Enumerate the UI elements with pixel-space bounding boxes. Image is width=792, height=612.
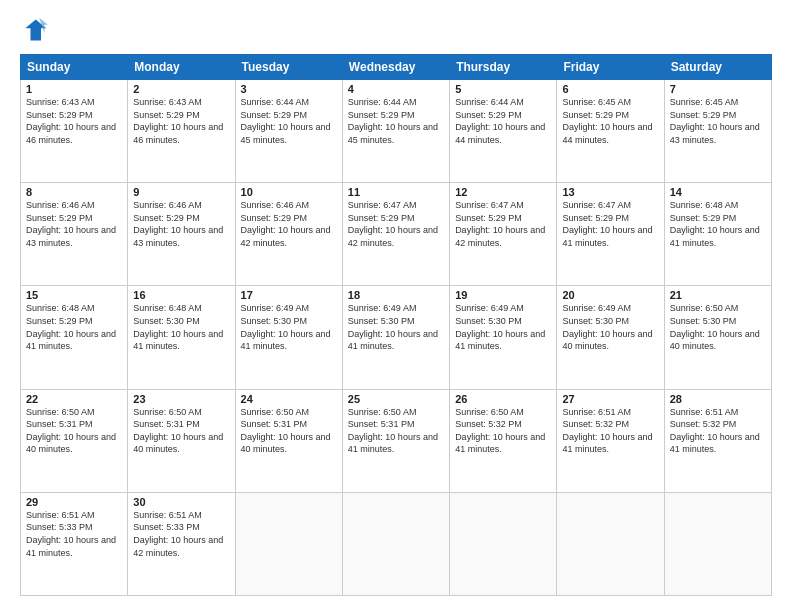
day-info: Sunrise: 6:49 AMSunset: 5:30 PMDaylight:…: [562, 303, 652, 351]
day-info: Sunrise: 6:45 AMSunset: 5:29 PMDaylight:…: [670, 97, 760, 145]
day-info: Sunrise: 6:45 AMSunset: 5:29 PMDaylight:…: [562, 97, 652, 145]
day-info: Sunrise: 6:51 AMSunset: 5:32 PMDaylight:…: [670, 407, 760, 455]
day-cell: 21 Sunrise: 6:50 AMSunset: 5:30 PMDaylig…: [664, 286, 771, 389]
day-info: Sunrise: 6:50 AMSunset: 5:32 PMDaylight:…: [455, 407, 545, 455]
day-cell: 4 Sunrise: 6:44 AMSunset: 5:29 PMDayligh…: [342, 80, 449, 183]
day-cell: [342, 492, 449, 595]
day-number: 14: [670, 186, 766, 198]
day-info: Sunrise: 6:50 AMSunset: 5:30 PMDaylight:…: [670, 303, 760, 351]
week-row-4: 29 Sunrise: 6:51 AMSunset: 5:33 PMDaylig…: [21, 492, 772, 595]
day-info: Sunrise: 6:47 AMSunset: 5:29 PMDaylight:…: [455, 200, 545, 248]
day-cell: 6 Sunrise: 6:45 AMSunset: 5:29 PMDayligh…: [557, 80, 664, 183]
day-number: 5: [455, 83, 551, 95]
day-cell: 9 Sunrise: 6:46 AMSunset: 5:29 PMDayligh…: [128, 183, 235, 286]
calendar-table: SundayMondayTuesdayWednesdayThursdayFrid…: [20, 54, 772, 596]
day-cell: 13 Sunrise: 6:47 AMSunset: 5:29 PMDaylig…: [557, 183, 664, 286]
day-number: 30: [133, 496, 229, 508]
day-number: 9: [133, 186, 229, 198]
day-cell: 29 Sunrise: 6:51 AMSunset: 5:33 PMDaylig…: [21, 492, 128, 595]
day-info: Sunrise: 6:46 AMSunset: 5:29 PMDaylight:…: [26, 200, 116, 248]
day-number: 1: [26, 83, 122, 95]
day-number: 3: [241, 83, 337, 95]
day-info: Sunrise: 6:49 AMSunset: 5:30 PMDaylight:…: [348, 303, 438, 351]
day-cell: 18 Sunrise: 6:49 AMSunset: 5:30 PMDaylig…: [342, 286, 449, 389]
day-info: Sunrise: 6:48 AMSunset: 5:29 PMDaylight:…: [26, 303, 116, 351]
logo: [20, 16, 52, 44]
day-cell: 22 Sunrise: 6:50 AMSunset: 5:31 PMDaylig…: [21, 389, 128, 492]
day-number: 20: [562, 289, 658, 301]
day-info: Sunrise: 6:51 AMSunset: 5:33 PMDaylight:…: [26, 510, 116, 558]
day-info: Sunrise: 6:43 AMSunset: 5:29 PMDaylight:…: [26, 97, 116, 145]
day-info: Sunrise: 6:47 AMSunset: 5:29 PMDaylight:…: [348, 200, 438, 248]
day-info: Sunrise: 6:50 AMSunset: 5:31 PMDaylight:…: [26, 407, 116, 455]
day-info: Sunrise: 6:50 AMSunset: 5:31 PMDaylight:…: [348, 407, 438, 455]
day-number: 4: [348, 83, 444, 95]
day-cell: 16 Sunrise: 6:48 AMSunset: 5:30 PMDaylig…: [128, 286, 235, 389]
day-cell: 8 Sunrise: 6:46 AMSunset: 5:29 PMDayligh…: [21, 183, 128, 286]
day-cell: 15 Sunrise: 6:48 AMSunset: 5:29 PMDaylig…: [21, 286, 128, 389]
day-number: 25: [348, 393, 444, 405]
header-row: SundayMondayTuesdayWednesdayThursdayFrid…: [21, 55, 772, 80]
day-cell: 23 Sunrise: 6:50 AMSunset: 5:31 PMDaylig…: [128, 389, 235, 492]
day-number: 8: [26, 186, 122, 198]
day-number: 23: [133, 393, 229, 405]
day-info: Sunrise: 6:50 AMSunset: 5:31 PMDaylight:…: [133, 407, 223, 455]
day-number: 6: [562, 83, 658, 95]
day-cell: 25 Sunrise: 6:50 AMSunset: 5:31 PMDaylig…: [342, 389, 449, 492]
day-cell: 28 Sunrise: 6:51 AMSunset: 5:32 PMDaylig…: [664, 389, 771, 492]
day-number: 10: [241, 186, 337, 198]
day-number: 13: [562, 186, 658, 198]
day-info: Sunrise: 6:48 AMSunset: 5:29 PMDaylight:…: [670, 200, 760, 248]
day-cell: 20 Sunrise: 6:49 AMSunset: 5:30 PMDaylig…: [557, 286, 664, 389]
day-info: Sunrise: 6:48 AMSunset: 5:30 PMDaylight:…: [133, 303, 223, 351]
day-cell: 30 Sunrise: 6:51 AMSunset: 5:33 PMDaylig…: [128, 492, 235, 595]
day-info: Sunrise: 6:44 AMSunset: 5:29 PMDaylight:…: [455, 97, 545, 145]
day-number: 15: [26, 289, 122, 301]
header-saturday: Saturday: [664, 55, 771, 80]
day-number: 12: [455, 186, 551, 198]
header-friday: Friday: [557, 55, 664, 80]
day-number: 17: [241, 289, 337, 301]
day-info: Sunrise: 6:49 AMSunset: 5:30 PMDaylight:…: [241, 303, 331, 351]
day-info: Sunrise: 6:49 AMSunset: 5:30 PMDaylight:…: [455, 303, 545, 351]
day-number: 19: [455, 289, 551, 301]
day-cell: 24 Sunrise: 6:50 AMSunset: 5:31 PMDaylig…: [235, 389, 342, 492]
day-cell: 3 Sunrise: 6:44 AMSunset: 5:29 PMDayligh…: [235, 80, 342, 183]
header-monday: Monday: [128, 55, 235, 80]
day-info: Sunrise: 6:50 AMSunset: 5:31 PMDaylight:…: [241, 407, 331, 455]
day-cell: 19 Sunrise: 6:49 AMSunset: 5:30 PMDaylig…: [450, 286, 557, 389]
day-cell: 12 Sunrise: 6:47 AMSunset: 5:29 PMDaylig…: [450, 183, 557, 286]
day-cell: 26 Sunrise: 6:50 AMSunset: 5:32 PMDaylig…: [450, 389, 557, 492]
day-number: 24: [241, 393, 337, 405]
day-cell: 11 Sunrise: 6:47 AMSunset: 5:29 PMDaylig…: [342, 183, 449, 286]
day-info: Sunrise: 6:46 AMSunset: 5:29 PMDaylight:…: [241, 200, 331, 248]
day-cell: 14 Sunrise: 6:48 AMSunset: 5:29 PMDaylig…: [664, 183, 771, 286]
day-cell: 1 Sunrise: 6:43 AMSunset: 5:29 PMDayligh…: [21, 80, 128, 183]
day-number: 7: [670, 83, 766, 95]
day-info: Sunrise: 6:43 AMSunset: 5:29 PMDaylight:…: [133, 97, 223, 145]
calendar-page: SundayMondayTuesdayWednesdayThursdayFrid…: [0, 0, 792, 612]
day-info: Sunrise: 6:51 AMSunset: 5:32 PMDaylight:…: [562, 407, 652, 455]
day-number: 28: [670, 393, 766, 405]
day-number: 29: [26, 496, 122, 508]
week-row-3: 22 Sunrise: 6:50 AMSunset: 5:31 PMDaylig…: [21, 389, 772, 492]
day-info: Sunrise: 6:44 AMSunset: 5:29 PMDaylight:…: [241, 97, 331, 145]
week-row-0: 1 Sunrise: 6:43 AMSunset: 5:29 PMDayligh…: [21, 80, 772, 183]
day-cell: 2 Sunrise: 6:43 AMSunset: 5:29 PMDayligh…: [128, 80, 235, 183]
day-number: 21: [670, 289, 766, 301]
logo-icon: [20, 16, 48, 44]
day-cell: 5 Sunrise: 6:44 AMSunset: 5:29 PMDayligh…: [450, 80, 557, 183]
day-info: Sunrise: 6:44 AMSunset: 5:29 PMDaylight:…: [348, 97, 438, 145]
day-cell: [664, 492, 771, 595]
day-cell: 7 Sunrise: 6:45 AMSunset: 5:29 PMDayligh…: [664, 80, 771, 183]
day-cell: 17 Sunrise: 6:49 AMSunset: 5:30 PMDaylig…: [235, 286, 342, 389]
day-number: 26: [455, 393, 551, 405]
day-number: 16: [133, 289, 229, 301]
day-number: 27: [562, 393, 658, 405]
day-cell: [450, 492, 557, 595]
header-tuesday: Tuesday: [235, 55, 342, 80]
day-number: 2: [133, 83, 229, 95]
day-info: Sunrise: 6:47 AMSunset: 5:29 PMDaylight:…: [562, 200, 652, 248]
day-cell: 27 Sunrise: 6:51 AMSunset: 5:32 PMDaylig…: [557, 389, 664, 492]
header-sunday: Sunday: [21, 55, 128, 80]
